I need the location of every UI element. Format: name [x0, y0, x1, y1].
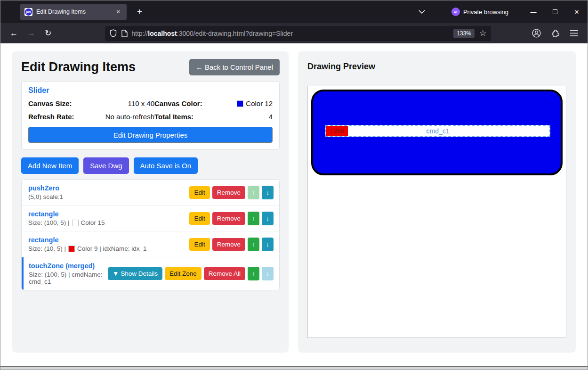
item-row-rectangle-2: rectangle Size: (10, 5) | Color 9 | idxN… [22, 231, 279, 257]
touch-zone-strip[interactable]: f 256 cmd_c1 [325, 125, 550, 137]
browser-tab[interactable]: pW Edit Drawing Items ✕ [20, 4, 127, 20]
add-new-item-button[interactable]: Add New Item [21, 157, 79, 174]
shield-icon[interactable] [110, 29, 117, 37]
drawing-info-card: Slider Canvas Size: 110 x 40 Canvas Colo… [21, 81, 280, 150]
back-icon[interactable]: ← [5, 27, 23, 40]
preview-title: Drawing Preview [307, 62, 566, 72]
canvas-color-swatch [237, 100, 243, 107]
account-icon[interactable] [529, 27, 544, 40]
item-name: touchZone (merged) [29, 262, 108, 270]
browser-window: pW Edit Drawing Items ✕ + ∞ Private brow… [0, 0, 588, 370]
remove-all-button[interactable]: Remove All [204, 267, 245, 280]
page-info-icon[interactable] [121, 30, 128, 37]
item-row-rectangle-1: rectangle Size: (100, 5) | Color 15 Edit… [22, 206, 279, 231]
item-row-pushzero: pushZero (5,0) scale:1 Edit Remove ↑ ↓ [22, 180, 279, 206]
item-color-swatch [72, 220, 79, 226]
edit-item-button[interactable]: Edit [189, 186, 209, 199]
maximize-button[interactable] [544, 0, 566, 23]
url-text[interactable]: http://localhost:3000/edit-drawing.html?… [131, 30, 453, 37]
edit-item-button[interactable]: Edit [189, 212, 209, 225]
move-down-button[interactable]: ↓ [262, 212, 274, 225]
item-row-touchzone: touchZone (merged) Size: (100, 5) | cmdN… [22, 257, 279, 290]
drawing-name: Slider [28, 86, 273, 95]
item-details: (5,0) scale:1 [28, 193, 63, 200]
drawing-items-list: pushZero (5,0) scale:1 Edit Remove ↑ ↓ r… [21, 179, 280, 290]
touch-zone-label: cmd_c1 [426, 127, 449, 135]
edit-drawing-properties-button[interactable]: Edit Drawing Properties [28, 127, 273, 143]
page-content: Edit Drawing Items ← Back to Control Pan… [0, 43, 588, 366]
canvas-color-label: Canvas Color: [154, 99, 216, 107]
tab-title: Edit Drawing Items [36, 8, 114, 15]
navigation-toolbar: ← → ↻ http://localhost:3000/edit-drawing… [0, 23, 588, 43]
edit-items-panel: Edit Drawing Items ← Back to Control Pan… [12, 51, 289, 353]
move-down-button[interactable]: ↓ [262, 238, 274, 251]
item-details: Size: (10, 5) | Color 9 | idxName: idx_1 [28, 245, 147, 252]
move-down-button: ↓ [262, 267, 274, 280]
reload-icon[interactable]: ↻ [40, 26, 56, 40]
remove-item-button[interactable]: Remove [212, 238, 245, 251]
canvas-size-label: Canvas Size: [28, 99, 84, 107]
move-up-button[interactable]: ↑ [248, 238, 259, 251]
move-up-button[interactable]: ↑ [248, 267, 259, 280]
private-browsing-badge: ∞ Private browsing [451, 8, 508, 16]
show-details-button[interactable]: ▼ Show Details [108, 267, 162, 280]
tab-bar: pW Edit Drawing Items ✕ + ∞ Private brow… [0, 0, 588, 23]
edit-item-button[interactable]: Edit [189, 238, 209, 251]
zoom-level-badge[interactable]: 133% [453, 29, 475, 38]
save-dwg-button[interactable]: Save Dwg [83, 157, 129, 174]
url-bar[interactable]: http://localhost:3000/edit-drawing.html?… [105, 26, 491, 41]
new-tab-button[interactable]: + [133, 6, 146, 18]
item-name: pushZero [28, 184, 63, 192]
total-items-value: 4 [216, 113, 273, 121]
drawing-preview-panel: Drawing Preview f 256 cmd_c1 [298, 51, 576, 353]
private-mask-icon: ∞ [451, 8, 460, 16]
back-to-control-panel-button[interactable]: ← Back to Control Panel [189, 59, 280, 75]
drawing-canvas: f 256 cmd_c1 [311, 90, 563, 175]
minimize-button[interactable]: — [523, 0, 544, 23]
item-name: rectangle [28, 236, 147, 244]
page-title: Edit Drawing Items [21, 60, 136, 74]
item-color-swatch [68, 246, 75, 252]
remove-item-button[interactable]: Remove [212, 186, 245, 199]
item-details: Size: (100, 5) | Color 15 [28, 219, 105, 226]
window-bottom-edge [0, 366, 588, 370]
menu-hamburger-icon[interactable] [567, 28, 581, 38]
slider-value-chip: f 256 [326, 126, 348, 136]
canvas-size-value: 110 x 40 [84, 99, 154, 107]
bookmark-star-icon[interactable]: ☆ [479, 28, 486, 38]
extensions-icon[interactable] [548, 27, 563, 40]
refresh-rate-value: No auto-refresh [84, 113, 154, 121]
preview-card: f 256 cmd_c1 [307, 86, 566, 338]
move-down-button[interactable]: ↓ [262, 186, 274, 199]
auto-save-toggle-button[interactable]: Auto Save is On [134, 157, 198, 174]
forward-icon[interactable]: → [23, 27, 40, 40]
total-items-label: Total Items: [154, 113, 216, 121]
edit-zone-button[interactable]: Edit Zone [165, 267, 201, 280]
refresh-rate-label: Refresh Rate: [28, 113, 84, 121]
favicon-icon: pW [24, 8, 32, 16]
move-up-button: ↑ [248, 186, 259, 199]
remove-item-button[interactable]: Remove [212, 212, 245, 225]
canvas-color-value: Color 12 [216, 99, 273, 107]
item-details: Size: (100, 5) | cmdName: cmd_c1 [29, 271, 108, 285]
tab-close-icon[interactable]: ✕ [114, 8, 122, 16]
close-button[interactable]: ✕ [566, 0, 588, 23]
move-up-button[interactable]: ↑ [248, 212, 259, 225]
item-name: rectangle [28, 210, 105, 218]
list-tabs-chevron-icon[interactable] [414, 7, 430, 16]
